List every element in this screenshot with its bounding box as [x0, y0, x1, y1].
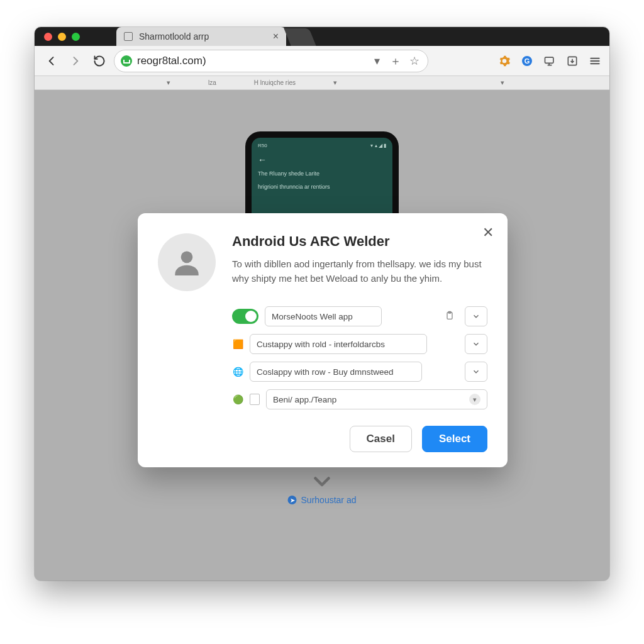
subbar-item[interactable]: H lnuiqche ries — [254, 79, 296, 86]
option-row: MorseNoots Well app — [232, 306, 487, 326]
dialog-options: MorseNoots Well app 🟧 Custappy with rold… — [232, 306, 487, 409]
back-button[interactable] — [42, 52, 61, 70]
extension-badge-icon[interactable]: G — [520, 54, 534, 68]
footer-link-label: Surhoustar ad — [301, 495, 357, 505]
svg-rect-0 — [545, 57, 553, 63]
svg-point-2 — [181, 252, 193, 264]
dialog-actions: Casel Select — [158, 426, 487, 452]
arc-welder-dialog: ✕ Android Us ARC Welder To with dibllen … — [138, 213, 508, 467]
path-value: Beni/ app./Teanp — [273, 395, 336, 404]
tab-close-button[interactable]: × — [273, 31, 279, 42]
option-emoji-icon: 🟧 — [232, 339, 243, 349]
bookmarks-bar: ▾ lza H lnuiqche ries ▾ ▾ — [35, 76, 609, 90]
reader-mode-icon[interactable]: ▾ — [370, 54, 384, 68]
option-row: 🟧 Custappy with rold - interfoldarcbs — [232, 334, 487, 354]
window-minimize-button[interactable] — [58, 33, 66, 41]
option-label: MorseNoots Well app — [272, 312, 353, 321]
subbar-caret-icon[interactable]: ▾ — [501, 79, 504, 87]
subbar-caret-icon[interactable]: ▾ — [333, 79, 337, 87]
menu-hamburger-icon[interactable] — [588, 54, 602, 68]
devices-icon[interactable] — [543, 54, 557, 68]
phone-status-bar: R50 ▾ ▴ ◢ ▮ — [258, 143, 386, 148]
window-close-button[interactable] — [44, 33, 52, 41]
tab-title: Sharmotloold arrp — [139, 31, 209, 42]
option-globe-icon: 🌐 — [232, 367, 243, 377]
bookmark-star-icon[interactable]: ☆ — [408, 54, 421, 68]
settings-gear-icon[interactable] — [497, 54, 511, 68]
dialog-description: To with dibllen aod ingertanly from thel… — [232, 257, 487, 286]
option-label: Custappy with rold - interfoldarcbs — [257, 340, 385, 349]
avatar-icon — [158, 233, 216, 291]
phone-back-icon: ← — [258, 155, 386, 165]
select-button[interactable]: Select — [422, 426, 487, 452]
add-page-icon[interactable]: ＋ — [389, 53, 402, 69]
option-toggle[interactable] — [232, 309, 258, 324]
subbar-caret-icon[interactable]: ▾ — [167, 79, 170, 87]
info-dot-icon: ➤ — [288, 496, 297, 504]
option-row: 🌐 Coslappy with row - Buy dmnstweed — [232, 362, 487, 382]
window-titlebar: Sharmotloold arrp × — [35, 27, 609, 46]
forward-button[interactable] — [66, 52, 85, 70]
cancel-label: Casel — [367, 433, 395, 445]
cancel-button[interactable]: Casel — [350, 426, 412, 452]
option-field[interactable]: Custappy with rold - interfoldarcbs — [250, 334, 427, 354]
reload-button[interactable] — [90, 52, 109, 70]
option-dropdown[interactable] — [465, 334, 487, 354]
dialog-close-button[interactable]: ✕ — [482, 225, 494, 241]
path-row: 🟢 Beni/ app./Teanp ▾ — [232, 389, 487, 409]
tab-favicon — [124, 32, 133, 41]
window-maximize-button[interactable] — [72, 33, 80, 41]
tab-bar: Sharmotloold arrp × — [116, 27, 313, 46]
secure-lock-icon — [121, 55, 132, 67]
phone-signal-icons: ▾ ▴ ◢ ▮ — [370, 143, 386, 148]
select-label: Select — [439, 433, 470, 445]
page-icon — [250, 394, 260, 405]
downloads-icon[interactable] — [565, 54, 579, 68]
clipboard-icon[interactable] — [445, 311, 455, 322]
option-dropdown[interactable] — [465, 362, 487, 382]
browser-tab[interactable]: Sharmotloold arrp × — [116, 27, 286, 46]
new-tab-button[interactable] — [284, 28, 316, 46]
subbar-item[interactable]: lza — [208, 79, 216, 86]
scroll-down-icon[interactable] — [311, 470, 333, 495]
footer-link[interactable]: ➤ Surhoustar ad — [288, 495, 357, 505]
page-content: R50 ▾ ▴ ◢ ▮ ← The Rluany shede Larite hr… — [35, 90, 609, 580]
option-field[interactable]: MorseNoots Well app — [265, 306, 382, 326]
path-dropdown-icon[interactable]: ▾ — [469, 394, 480, 405]
window-controls — [44, 33, 80, 41]
option-field[interactable]: Coslappy with row - Buy dmnstweed — [250, 362, 422, 382]
dialog-title: Android Us ARC Welder — [232, 233, 487, 250]
phone-text-line: hrigrioni thrunncia ar rentiors — [258, 183, 386, 191]
path-field[interactable]: Beni/ app./Teanp ▾ — [266, 389, 487, 409]
browser-toolbar: reogr8tal.com) ▾ ＋ ☆ G — [35, 46, 609, 76]
address-url: reogr8tal.com) — [137, 55, 365, 67]
address-bar[interactable]: reogr8tal.com) ▾ ＋ ☆ — [114, 50, 428, 72]
option-dropdown[interactable] — [465, 306, 487, 326]
option-chrome-icon: 🟢 — [232, 394, 243, 404]
toolbar-right: G — [497, 54, 602, 68]
browser-window: Sharmotloold arrp × reogr8tal.com) ▾ ＋ ☆ — [35, 27, 609, 580]
phone-time: R50 — [258, 143, 267, 148]
option-label: Coslappy with row - Buy dmnstweed — [257, 367, 394, 377]
phone-text-line: The Rluany shede Larite — [258, 170, 386, 178]
